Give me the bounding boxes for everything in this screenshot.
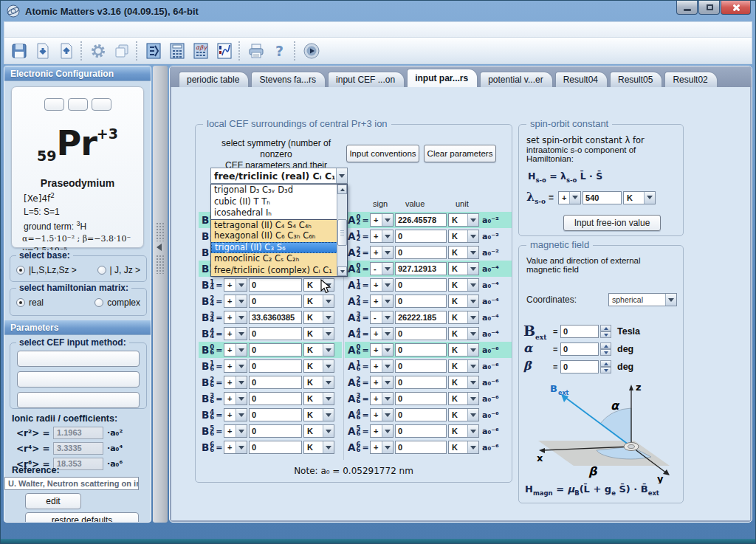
unit-select[interactable]: K xyxy=(448,359,479,373)
unit-select[interactable]: K xyxy=(448,262,479,275)
value-input[interactable]: 0 xyxy=(395,392,447,405)
radio-icon[interactable] xyxy=(16,298,25,307)
menu-item[interactable] xyxy=(9,28,22,31)
unit-select[interactable]: K xyxy=(448,295,479,308)
value-input[interactable]: 0 xyxy=(395,408,447,421)
sign-select[interactable]: + xyxy=(224,392,247,405)
reference-select[interactable]: U. Walter, Neutron scattering on int xyxy=(4,477,139,490)
spin-down-icon[interactable] xyxy=(600,331,611,338)
value-input[interactable]: 226.45578 xyxy=(395,213,447,227)
lambda-value-input[interactable]: 540 xyxy=(583,191,622,204)
sign-select[interactable]: + xyxy=(224,376,247,389)
symmetry-select[interactable]: free/triclinic (real) Cᵢ C₁ xyxy=(210,168,348,184)
symmetry-option[interactable]: cubic (II) T Tₕ xyxy=(211,196,337,208)
base-option[interactable]: |L,S,Lz,Sz > xyxy=(16,265,77,275)
tab[interactable]: input par...rs xyxy=(407,69,478,87)
value-input[interactable]: 0 xyxy=(395,295,447,308)
tab[interactable]: input CEF ...on xyxy=(328,72,405,87)
value-input[interactable]: 0 xyxy=(395,327,447,340)
value-input[interactable]: 927.12913 xyxy=(395,262,447,275)
maximize-button[interactable] xyxy=(698,1,720,15)
unit-select[interactable]: K xyxy=(448,392,479,405)
unit-select[interactable]: K xyxy=(303,392,334,405)
print-icon[interactable] xyxy=(245,40,267,62)
import-file-icon[interactable] xyxy=(32,40,54,62)
splitter[interactable] xyxy=(153,66,168,523)
value-input[interactable]: 0 xyxy=(395,359,447,373)
symmetry-option[interactable]: monoclinic C₂ Cₛ C₂ₕ xyxy=(211,253,337,265)
symmetry-option[interactable]: tetragonal (II) C₄ S₄ C₄ₕ xyxy=(211,219,337,231)
unit-select[interactable]: K xyxy=(448,408,479,421)
symmetry-option[interactable]: hexagonal (II) C₆ C₃ₕ C₆ₕ xyxy=(211,230,337,242)
cef-method-button[interactable] xyxy=(17,371,140,388)
unit-select[interactable]: K xyxy=(303,441,334,454)
sign-select[interactable]: + xyxy=(370,327,394,340)
clear-parameters-button[interactable]: Clear parameters xyxy=(424,145,496,162)
unit-select[interactable]: K xyxy=(448,376,479,389)
tab[interactable]: Result02 xyxy=(664,72,717,87)
spin-up-icon[interactable] xyxy=(600,360,611,367)
scrollbar-thumb[interactable] xyxy=(337,219,347,246)
spin-up-icon[interactable] xyxy=(600,325,611,331)
symmetry-option[interactable]: icosahedral Iₕ xyxy=(211,207,337,219)
value-input[interactable]: 0 xyxy=(249,343,302,357)
spin-down-icon[interactable] xyxy=(600,367,611,373)
sign-select[interactable]: + xyxy=(370,392,394,405)
sign-select[interactable]: + xyxy=(370,408,394,421)
value-input[interactable]: 0 xyxy=(249,278,302,292)
value-input[interactable]: 0 xyxy=(249,327,302,340)
value-input[interactable]: 0 xyxy=(395,230,447,243)
cef-method-button[interactable] xyxy=(17,351,140,367)
sign-select[interactable]: - xyxy=(370,311,394,324)
value-input[interactable]: 0 xyxy=(249,392,302,405)
unit-select[interactable]: K xyxy=(303,376,334,389)
value-input[interactable]: 0 xyxy=(249,408,302,421)
unit-select[interactable]: K xyxy=(448,278,479,292)
sign-select[interactable]: + xyxy=(370,295,394,308)
sign-select[interactable]: + xyxy=(370,278,394,292)
menu-item[interactable] xyxy=(49,28,62,31)
value-input[interactable]: 0 xyxy=(249,359,302,373)
unit-select[interactable]: K xyxy=(303,327,334,340)
value-input[interactable]: 0 xyxy=(249,441,302,454)
sign-select[interactable]: - xyxy=(370,262,394,275)
sign-select[interactable]: + xyxy=(370,230,394,243)
minimize-button[interactable] xyxy=(676,1,698,15)
radio-icon[interactable] xyxy=(94,298,103,307)
value-input[interactable]: 0 xyxy=(249,295,302,308)
sign-select[interactable]: + xyxy=(224,278,247,292)
sign-select[interactable]: + xyxy=(224,295,247,308)
field-value-input[interactable]: 0 xyxy=(560,325,599,338)
settings-gear-icon[interactable] xyxy=(87,40,109,62)
spin-down-icon[interactable] xyxy=(600,349,611,356)
greek-calculator-icon[interactable]: αβγ xyxy=(190,40,212,62)
sign-select[interactable]: + xyxy=(224,327,247,340)
symmetry-option[interactable]: free/triclinic (complex) Cᵢ C₁ xyxy=(211,265,337,277)
input-list-icon[interactable] xyxy=(142,40,165,62)
value-input[interactable]: 0 xyxy=(249,424,302,438)
sign-select[interactable]: + xyxy=(370,343,394,357)
edit-button[interactable]: edit xyxy=(25,493,81,509)
charge-button[interactable] xyxy=(92,98,111,111)
close-button[interactable] xyxy=(721,1,751,15)
unit-select[interactable]: K xyxy=(303,343,334,357)
unit-select[interactable]: K xyxy=(448,441,479,454)
sign-select[interactable]: + xyxy=(370,246,394,259)
tab[interactable]: periodic table xyxy=(179,72,249,87)
cef-method-button[interactable] xyxy=(17,392,140,408)
unit-select[interactable]: K xyxy=(448,327,479,340)
calculator-icon[interactable] xyxy=(166,40,188,62)
lambda-unit-select[interactable]: K xyxy=(623,191,656,204)
field-value-input[interactable]: 0 xyxy=(560,342,599,356)
value-input[interactable]: 0 xyxy=(395,376,447,389)
unit-select[interactable]: K xyxy=(448,246,479,259)
sign-select[interactable]: + xyxy=(224,441,247,454)
sign-select[interactable]: + xyxy=(370,376,394,389)
sign-select[interactable]: + xyxy=(224,424,247,438)
value-input[interactable]: 26222.185 xyxy=(395,311,447,324)
charge-button[interactable] xyxy=(68,98,88,111)
plot-icon[interactable] xyxy=(213,40,236,62)
unit-select[interactable]: K xyxy=(448,213,479,227)
dropdown-scrollbar[interactable] xyxy=(337,185,347,276)
value-input[interactable]: 0 xyxy=(395,424,447,438)
